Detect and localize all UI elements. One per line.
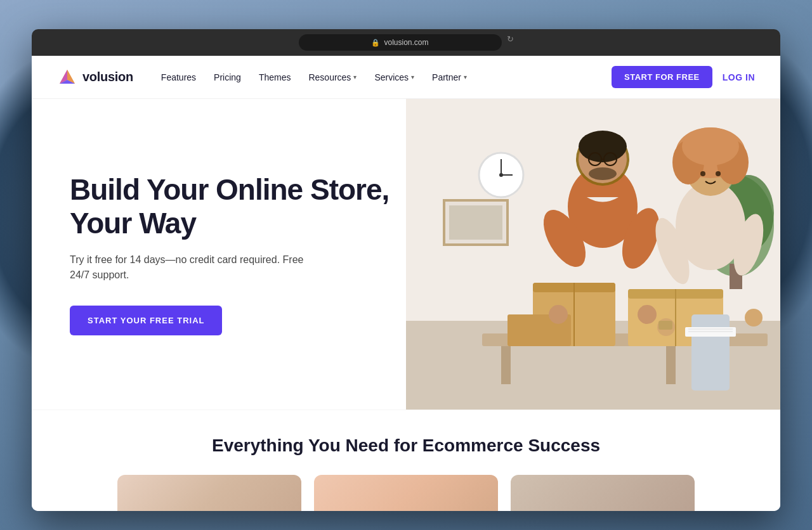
feature-card-2 [314, 475, 498, 511]
lock-icon: 🔒 [371, 39, 380, 47]
svg-rect-12 [501, 346, 511, 384]
login-button[interactable]: LOG IN [723, 72, 755, 82]
card-image-2 [314, 475, 498, 511]
start-for-free-button[interactable]: START FOR FREE [612, 66, 712, 88]
svg-rect-55 [449, 205, 502, 240]
partner-chevron: ▾ [464, 74, 467, 81]
logo-text: volusion [82, 70, 133, 84]
nav-item-partner[interactable]: Partner ▾ [424, 67, 475, 87]
svg-point-44 [745, 309, 763, 326]
reload-icon[interactable]: ↻ [507, 34, 514, 51]
services-chevron: ▾ [411, 74, 414, 81]
svg-point-32 [638, 305, 657, 324]
svg-rect-45 [691, 314, 730, 391]
address-text: volusion.com [384, 38, 428, 47]
hero-section: Build Your Online Store, Your Way Try it… [32, 99, 780, 410]
nav-item-services[interactable]: Services ▾ [367, 67, 422, 87]
svg-point-28 [589, 167, 617, 180]
browser-chrome: 🔒 volusion.com ↻ [32, 29, 780, 56]
hero-subtitle: Try it free for 14 days—no credit card r… [70, 252, 324, 283]
navbar: volusion Features Pricing Themes Resourc… [32, 56, 780, 99]
ecommerce-section-title: Everything You Need for Ecommerce Succes… [70, 436, 742, 456]
svg-point-38 [682, 127, 739, 165]
bottom-section: Everything You Need for Ecommerce Succes… [32, 410, 780, 511]
hero-title: Build Your Online Store, Your Way [70, 173, 405, 240]
svg-point-24 [579, 131, 627, 162]
nav-item-pricing[interactable]: Pricing [206, 67, 249, 87]
hero-image [406, 99, 780, 410]
feature-card-1 [117, 475, 301, 511]
resources-chevron: ▾ [353, 74, 357, 81]
browser-window: 🔒 volusion.com ↻ volusion Feature [32, 29, 780, 511]
svg-point-40 [716, 171, 721, 176]
nav-links: Features Pricing Themes Resources ▾ Serv… [154, 67, 612, 87]
hero-illustration [406, 99, 780, 410]
svg-point-31 [549, 305, 568, 324]
volusion-logo-icon [57, 67, 77, 87]
address-bar[interactable]: 🔒 volusion.com [299, 34, 502, 51]
feature-card-3 [511, 475, 695, 511]
nav-item-themes[interactable]: Themes [251, 67, 299, 87]
svg-rect-46 [658, 321, 672, 330]
nav-item-features[interactable]: Features [154, 67, 204, 87]
address-bar-wrapper: 🔒 volusion.com ↻ [42, 34, 770, 51]
feature-cards [70, 475, 742, 511]
card-image-1 [117, 475, 301, 511]
hero-image-bg [406, 99, 780, 410]
svg-point-39 [700, 171, 705, 176]
nav-item-resources[interactable]: Resources ▾ [301, 67, 364, 87]
website-content: volusion Features Pricing Themes Resourc… [32, 56, 780, 511]
card-image-3 [511, 475, 695, 511]
nav-actions: START FOR FREE LOG IN [612, 66, 755, 88]
svg-rect-13 [666, 346, 676, 384]
hero-content: Build Your Online Store, Your Way Try it… [32, 135, 443, 374]
start-trial-button[interactable]: START YOUR FREE TRIAL [70, 306, 222, 335]
logo-area[interactable]: volusion [57, 67, 133, 87]
